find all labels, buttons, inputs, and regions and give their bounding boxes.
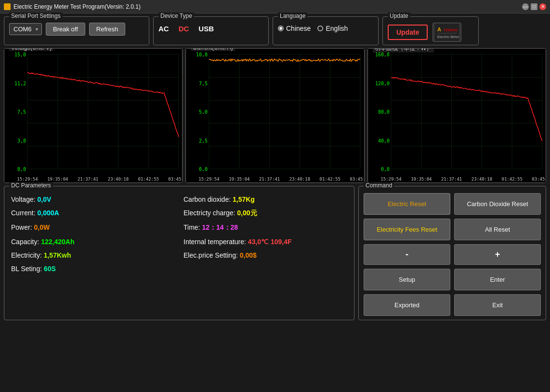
serial-port-panel: Serial Port Settings COM6 COM1 COM2 COM3… [4, 16, 149, 45]
dc-params-title: DC Parameters [9, 182, 53, 189]
power-param: Power: 0,0W [9, 221, 177, 235]
voltage-chart-title: Voltage(Unit: V) [9, 48, 53, 51]
current-canvas [186, 49, 364, 183]
exported-button[interactable]: Exported [364, 294, 450, 316]
device-type-title: Device Type [158, 13, 194, 19]
electricity-value: 1,57Kwh [44, 251, 71, 259]
setup-button[interactable]: Setup [364, 269, 450, 290]
update-panel: Update Update A TORCH Electric Meter [382, 16, 479, 45]
device-options: AC DC USB [158, 25, 263, 33]
power-chart-title: 功率曲线（单位：W） [373, 48, 434, 52]
com-select-wrapper[interactable]: COM6 COM1 COM2 COM3 COM4 COM5 [9, 23, 42, 35]
co2-label: Carbon dioxide: [183, 196, 231, 203]
co2-param: Carbon dioxide: 1,57Kg [182, 193, 349, 206]
elec-charge-param: Electricty charge: 0,00元 [182, 207, 349, 220]
electric-reset-button[interactable]: Electric Reset [364, 193, 450, 215]
internal-temp-value: 43,0℃ 109,4F [248, 238, 292, 246]
exit-button[interactable]: Exit [454, 294, 541, 316]
co2-value: 1,57Kg [233, 196, 255, 203]
params-grid: Voltage: 0,0V Carbon dioxide: 1,57Kg Cur… [9, 193, 349, 275]
svg-text:A: A [437, 26, 441, 32]
elec-price-param: Elec.price Setting: 0,00$ [182, 249, 349, 261]
voltage-label: Voltage: [11, 196, 36, 203]
elec-price-value: 0,00$ [240, 251, 257, 259]
top-row: Serial Port Settings COM6 COM1 COM2 COM3… [4, 16, 546, 45]
maximize-button[interactable]: □ [531, 3, 537, 10]
electricity-fees-reset-button[interactable]: Electricity Fees Reset [364, 219, 450, 240]
svg-text:Electric Meter: Electric Meter [437, 35, 459, 39]
minimize-button[interactable]: — [522, 3, 529, 10]
svg-text:TORCH: TORCH [444, 28, 458, 32]
power-label: Power: [11, 223, 32, 231]
app-title: Electric Energy Meter Test Program(Versi… [13, 3, 141, 10]
time-label: Time: [183, 223, 200, 231]
time-value: 12：14：28 [202, 223, 238, 231]
english-label: English [326, 25, 348, 32]
capacity-param: Capacity: 122,420Ah [9, 235, 177, 248]
plus-button[interactable]: + [454, 244, 541, 265]
current-label: Current: [11, 209, 36, 217]
command-grid: Electric Reset Carbon Dioxide Reset Elec… [364, 193, 541, 316]
capacity-value: 122,420Ah [41, 238, 74, 246]
bl-setting-param: BL Seting: 60S [9, 262, 177, 275]
internal-temp-label: Internal temperature: [183, 238, 246, 246]
app-icon [4, 3, 11, 10]
current-chart-panel: Current(Unit: A) [185, 48, 364, 183]
bl-setting-value: 60S [44, 265, 56, 273]
com-select[interactable]: COM6 COM1 COM2 COM3 COM4 COM5 [9, 23, 42, 35]
title-bar-left: Electric Energy Meter Test Program(Versi… [4, 3, 141, 10]
electricity-label: Electricity: [11, 251, 42, 259]
voltage-chart-panel: Voltage(Unit: V) [4, 48, 183, 183]
main-content: Serial Port Settings COM6 COM1 COM2 COM3… [0, 13, 550, 323]
current-param: Current: 0,000A [9, 207, 177, 220]
capacity-label: Capacity: [11, 238, 39, 246]
english-radio[interactable] [317, 26, 323, 31]
power-chart-panel: 功率曲线（单位：W） [367, 48, 546, 183]
internal-temp-param: Internal temperature: 43,0℃ 109,4F [182, 235, 349, 248]
elec-charge-label: Electricty charge: [183, 209, 235, 217]
charts-row: Voltage(Unit: V) Current(Unit: A) 功率曲线（单… [4, 48, 546, 183]
language-title: Language [278, 13, 307, 19]
command-title: Command [364, 182, 394, 189]
device-usb-option[interactable]: USB [198, 25, 214, 33]
elec-charge-value: 0,00元 [237, 209, 257, 217]
all-reset-button[interactable]: All Reset [454, 219, 541, 240]
bl-setting-label: BL Seting: [11, 265, 42, 273]
current-chart-title: Current(Unit: A) [191, 48, 235, 51]
voltage-canvas [4, 49, 183, 183]
update-inner: Update A TORCH Electric Meter [388, 23, 473, 42]
voltage-param: Voltage: 0,0V [9, 193, 177, 206]
time-param: Time: 12：14：28 [182, 221, 349, 235]
title-bar-controls: — □ ✕ [522, 3, 546, 10]
refresh-button[interactable]: Refresh [89, 23, 126, 36]
voltage-value: 0,0V [38, 196, 52, 203]
enter-button[interactable]: Enter [454, 269, 541, 290]
title-bar: Electric Energy Meter Test Program(Versi… [0, 0, 550, 13]
bottom-row: DC Parameters Voltage: 0,0V Carbon dioxi… [4, 186, 546, 320]
device-type-panel: Device Type AC DC USB [153, 16, 269, 45]
elec-price-label: Elec.price Setting: [183, 251, 238, 259]
chinese-option[interactable]: Chinese [278, 25, 311, 32]
language-options: Chinese English [278, 25, 373, 32]
chinese-radio[interactable] [278, 26, 284, 31]
co2-reset-button[interactable]: Carbon Dioxide Reset [454, 193, 541, 215]
english-option[interactable]: English [317, 25, 348, 32]
break-off-button[interactable]: Break off [46, 23, 85, 36]
power-canvas [368, 49, 546, 183]
electricity-param: Electricity: 1,57Kwh [9, 249, 177, 261]
command-panel: Command Electric Reset Carbon Dioxide Re… [358, 186, 546, 320]
minus-button[interactable]: - [364, 244, 450, 265]
device-ac-option[interactable]: AC [158, 25, 169, 33]
serial-port-title: Serial Port Settings [9, 13, 63, 19]
dc-params-panel: DC Parameters Voltage: 0,0V Carbon dioxi… [4, 186, 354, 320]
device-dc-option[interactable]: DC [179, 25, 189, 33]
chinese-label: Chinese [286, 25, 311, 32]
current-value: 0,000A [37, 209, 59, 217]
update-title: Update [388, 13, 410, 19]
language-panel: Language Chinese English [273, 16, 379, 45]
atorch-logo: A TORCH Electric Meter [432, 23, 461, 42]
update-button[interactable]: Update [388, 25, 428, 40]
close-button[interactable]: ✕ [539, 3, 546, 10]
power-value: 0,0W [34, 223, 50, 231]
